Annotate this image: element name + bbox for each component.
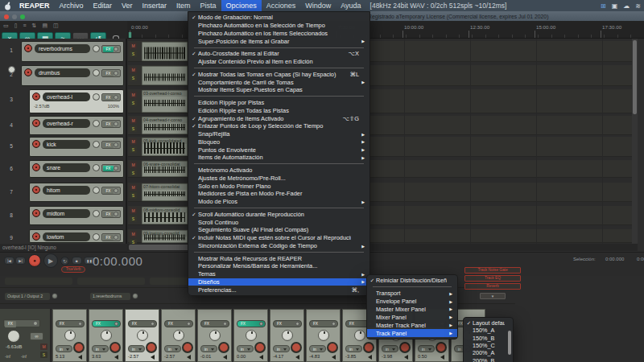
menu-item[interactable]: Scroll Continuo xyxy=(188,218,369,226)
record-arm-button[interactable] xyxy=(32,140,40,148)
pan-knob[interactable] xyxy=(354,330,365,341)
menu-item[interactable]: ✓Incluir Notas MIDI que estén sobre el C… xyxy=(188,234,369,242)
master-volume-knob[interactable] xyxy=(7,330,20,343)
menu-item-disenos[interactable]: Diseños▶ xyxy=(188,278,369,286)
menu-item[interactable]: ✓Scroll Automático durante Reproducción xyxy=(188,210,369,218)
mixer-strip-selected[interactable]: FXin-2.57 xyxy=(125,309,159,362)
mixer-strip[interactable]: FXin5.13 xyxy=(52,309,87,362)
pan-knob[interactable] xyxy=(93,45,100,52)
pan-knob[interactable] xyxy=(318,330,329,341)
menu-item-track-panel[interactable]: Track Panel▶ xyxy=(367,329,457,337)
folder-collapse-button[interactable] xyxy=(8,66,15,73)
track-panel-reverbodrums[interactable]: reverbodrums FX xyxy=(21,41,124,62)
menu-item-transport[interactable]: Transport▶ xyxy=(367,290,457,298)
menubar-item-ayuda[interactable]: Ayuda xyxy=(336,0,365,11)
menu-item-layout-default[interactable]: ✓Layout default xyxy=(464,319,513,327)
track-panel-kick[interactable]: kick FX xyxy=(29,137,124,157)
selection-end-value[interactable]: 0:00.000 xyxy=(637,257,644,261)
input-selector[interactable]: in xyxy=(382,345,398,352)
strip-fx-slot[interactable]: FX xyxy=(237,320,266,327)
menu-item[interactable]: Bloqueo▶ xyxy=(188,138,369,146)
menu-item-150c[interactable]: 150%_C xyxy=(464,342,513,349)
input-selector[interactable]: in xyxy=(56,345,72,352)
menu-item[interactable]: Sincronización Externa de Código de Tiem… xyxy=(188,242,369,250)
pan-knob[interactable] xyxy=(93,164,100,171)
fx-bypass-icon[interactable] xyxy=(151,322,155,326)
track-panel-drumbus[interactable]: drumbus FX xyxy=(21,65,124,86)
input-selector[interactable]: in xyxy=(92,345,109,352)
track-name-field[interactable]: drumbus xyxy=(35,68,90,77)
record-button[interactable]: ● xyxy=(28,254,41,267)
minimize-window-button[interactable] xyxy=(12,14,17,19)
media-item[interactable]: 09-lowtom-consolid xyxy=(142,230,188,243)
env-button[interactable] xyxy=(114,235,118,240)
menubar-item-reaper[interactable]: REAPER xyxy=(14,0,55,11)
mixer-strip[interactable]: FXin-4.83 xyxy=(306,309,341,362)
fx-button[interactable]: FX xyxy=(103,212,114,217)
track-name-field[interactable]: snare xyxy=(43,163,90,172)
menubar-item-ver[interactable]: Ver xyxy=(117,0,138,11)
track-name-field[interactable]: overhead-l xyxy=(43,93,90,101)
record-arm-button[interactable] xyxy=(363,342,374,353)
fx-button[interactable]: FX xyxy=(103,166,114,171)
menu-item-envelope-panel[interactable]: Envelope Panel▶ xyxy=(367,298,457,306)
menu-item-temas[interactable]: Temas▶ xyxy=(188,270,369,278)
track-panel-overhead-r[interactable]: overhead-r FX xyxy=(29,116,124,135)
input-selector[interactable]: in xyxy=(345,345,362,352)
fx-chain-dropdown[interactable]: ▼ xyxy=(480,293,506,299)
menu-item-reiniciar[interactable]: ✓Reiniciar Distribución/Diseño xyxy=(367,277,457,285)
mute-button[interactable]: M xyxy=(130,43,137,49)
env-button[interactable] xyxy=(114,166,118,171)
track-name-field[interactable]: midtom xyxy=(43,209,90,218)
menu-item-150a[interactable]: 150%_A xyxy=(464,327,513,334)
fx-chain-item-reverb[interactable]: Reverb xyxy=(464,283,521,290)
list-tool-icon[interactable]: ≡ xyxy=(23,23,26,29)
cloud-icon[interactable]: ☁ xyxy=(623,2,630,10)
menu-item-mixer-panel[interactable]: Mixer Panel▶ xyxy=(367,313,457,321)
env-button[interactable] xyxy=(114,95,118,100)
rect2-tool-icon[interactable]: ▯ xyxy=(14,23,18,29)
pan-knob[interactable] xyxy=(93,93,100,101)
fx-chain-item-noise-gate[interactable]: Track Noise Gate xyxy=(464,267,521,274)
fx-plugin-button[interactable]: TrueVerb xyxy=(61,266,85,273)
routing-send-button[interactable]: 1.reverbodrums xyxy=(90,293,130,300)
pan-knob[interactable] xyxy=(101,330,112,341)
media-item[interactable]: 04-overhead-r-conso xyxy=(142,117,188,134)
master-stereo-button[interactable]: ∞ xyxy=(30,332,43,340)
strip-fx-slot[interactable]: FX xyxy=(56,320,85,327)
pan-knob[interactable] xyxy=(282,330,293,341)
fx-bypass-icon[interactable] xyxy=(114,322,118,326)
record-arm-button[interactable] xyxy=(32,186,40,194)
record-arm-button[interactable] xyxy=(436,342,447,353)
menu-item[interactable]: Seguimiento Suave (Al Final del Compás) xyxy=(188,226,369,234)
fx-button[interactable]: FX xyxy=(103,188,114,194)
pan-knob[interactable] xyxy=(93,120,100,127)
menu-item[interactable]: Mostrar Items Super-Puestos en Capas xyxy=(188,86,369,94)
split-tool-icon[interactable]: ◫ xyxy=(53,23,59,29)
strip-fx-slot[interactable]: FX xyxy=(164,320,193,327)
pan-knob[interactable] xyxy=(246,330,257,341)
strip-fx-slot[interactable]: FX xyxy=(273,320,302,327)
menu-item-master-mixer-panel[interactable]: Master Mixer Panel▶ xyxy=(367,305,457,313)
apple-menu-icon[interactable] xyxy=(0,2,14,10)
master-mute-button[interactable]: M xyxy=(40,343,47,350)
track-name-field[interactable]: hitom xyxy=(43,186,90,195)
pan-knob[interactable] xyxy=(209,330,221,341)
fx-button[interactable]: FX xyxy=(103,121,114,127)
track-panel-overhead-l[interactable]: overhead-l FX -2.57dB100% xyxy=(29,89,124,113)
strip-fx-slot[interactable]: FX xyxy=(309,320,338,327)
menu-item[interactable]: ✓Mostrar Todas las Tomas en Capas (Si ha… xyxy=(188,70,369,78)
menubar-item-pista[interactable]: Pista xyxy=(196,0,221,11)
fx-bypass-icon[interactable] xyxy=(259,322,263,326)
fx-button[interactable]: FX xyxy=(103,71,114,76)
fx-bypass-icon[interactable] xyxy=(295,322,299,326)
menubar-item-acciones[interactable]: Acciones xyxy=(262,0,301,11)
fx-bypass-icon[interactable] xyxy=(223,322,227,326)
menu-item[interactable]: Ajustes de Metrónomo/Pre-Roll... xyxy=(188,174,369,182)
menu-item[interactable]: Personalizar Menús/Barras de Herramienta… xyxy=(188,262,369,270)
solo-button[interactable]: S xyxy=(130,146,137,153)
stop-button[interactable]: ■ xyxy=(72,257,82,265)
record-arm-button[interactable] xyxy=(73,342,85,353)
menubar-item-editar[interactable]: Editar xyxy=(89,0,118,11)
mixer-strip[interactable]: FXin-4.17 xyxy=(270,309,304,362)
